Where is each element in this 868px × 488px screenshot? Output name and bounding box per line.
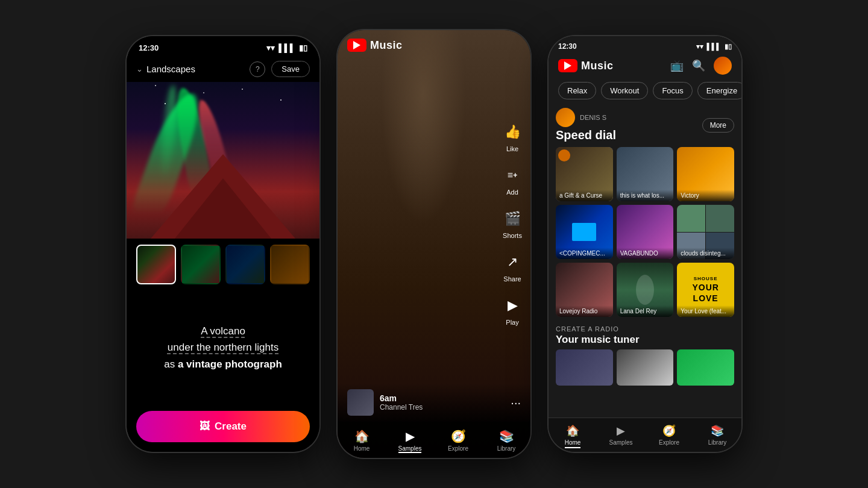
radio-section: CREATE A RADIO Your music tuner [556, 324, 734, 387]
section-title: Speed dial [556, 128, 616, 142]
home-label: Home [354, 445, 370, 452]
tab-energize[interactable]: Energize [697, 82, 741, 99]
main-image [127, 82, 319, 239]
yt-play-triangle-p3 [564, 61, 571, 70]
phone-3-screen: 12:30 ▾▾ ▌▌▌ ▮▯ Music 📺 🔍 [549, 36, 741, 452]
like-icon: 👍 [502, 121, 523, 143]
card-5-label: VAGABUNDO [617, 248, 674, 259]
tab-relax[interactable]: Relax [558, 82, 596, 99]
phone-3-status-bar: 12:30 ▾▾ ▌▌▌ ▮▯ [549, 36, 741, 53]
library-label: Library [497, 445, 516, 452]
card-8[interactable]: Lana Del Rey [617, 263, 674, 317]
shorts-label: Shorts [503, 232, 522, 239]
nav-home[interactable]: 🏠 Home [338, 427, 386, 455]
save-button[interactable]: Save [271, 61, 310, 77]
card-8-label: Lana Del Rey [617, 305, 674, 317]
shorts-action[interactable]: 🎬 Shorts [502, 208, 523, 239]
home-icon-p3: 🏠 [566, 424, 579, 437]
card-1-label: a Gift & a Curse [556, 190, 613, 201]
card-6[interactable]: clouds disinteg... [677, 205, 734, 259]
p3-nav-home[interactable]: 🏠 Home [549, 423, 597, 449]
explore-label: Explore [448, 445, 468, 452]
now-playing: 6am Channel Tres ··· [338, 383, 530, 422]
nav-samples[interactable]: ▶ Samples [386, 427, 434, 455]
tab-workout[interactable]: Workout [601, 82, 648, 99]
youtube-music-logo-p3: Music [558, 59, 614, 72]
card-7-label: Lovejoy Radio [556, 305, 613, 317]
card-4-label: <COPINGMEC... [556, 248, 613, 259]
nav-library[interactable]: 📚 Library [482, 427, 530, 455]
thumbnail-3[interactable] [225, 245, 265, 284]
explore-icon: 🧭 [451, 429, 466, 443]
aurora-effect [127, 82, 319, 239]
section-header: DENIS S Speed dial More [556, 108, 734, 142]
user-avatar-p3[interactable] [714, 57, 732, 75]
card-1[interactable]: a Gift & a Curse [556, 147, 613, 201]
phone-2-nav: 🏠 Home ▶ Samples 🧭 Explore 📚 Library [338, 422, 530, 458]
phone-1-screen: 12:30 ▾▾ ▌▌▌ ▮▯ ⌄ Landscapes ? Save [127, 36, 319, 452]
radio-thumbnails [556, 349, 734, 386]
yt-logo-icon-p3 [558, 59, 577, 72]
thumbnail-1[interactable] [136, 245, 176, 284]
user-info: DENIS S [556, 108, 616, 127]
phone-1-header: ⌄ Landscapes ? Save [127, 56, 319, 82]
explore-label-p3: Explore [659, 439, 679, 446]
tab-focus[interactable]: Focus [653, 82, 692, 99]
p3-nav-library[interactable]: 📚 Library [693, 423, 741, 449]
samples-label-p3: Samples [609, 439, 633, 446]
help-button[interactable]: ? [250, 61, 265, 77]
thumbnail-strip [127, 239, 319, 290]
card-5[interactable]: VAGABUNDO [617, 205, 674, 259]
p3-nav-samples[interactable]: ▶ Samples [597, 423, 645, 449]
search-icon[interactable]: 🔍 [692, 59, 705, 72]
card-3[interactable]: Victory [677, 147, 734, 201]
card-2[interactable]: this is what los... [617, 147, 674, 201]
library-icon: 📚 [499, 429, 514, 443]
phone-3-nav: 🏠 Home ▶ Samples 🧭 Explore 📚 Library [549, 418, 741, 452]
phone-1-status-bar: 12:30 ▾▾ ▌▌▌ ▮▯ [127, 36, 319, 56]
card-4[interactable]: <COPINGMEC... [556, 205, 613, 259]
phone-3-time: 12:30 [558, 42, 577, 51]
share-icon: ↗ [502, 251, 523, 273]
signal-icon: ▌▌▌ [278, 43, 295, 52]
card-7[interactable]: Lovejoy Radio [556, 263, 613, 317]
share-action[interactable]: ↗ Share [502, 251, 523, 283]
collapse-icon[interactable]: ⌄ [136, 64, 143, 74]
card-9[interactable]: SHOUSEYOUR LOVE Your Love (feat... [677, 263, 734, 317]
library-label-p3: Library [708, 439, 727, 446]
phone-3: 12:30 ▾▾ ▌▌▌ ▮▯ Music 📺 🔍 [549, 36, 741, 452]
add-action[interactable]: ≡+ Add [502, 164, 523, 196]
track-info: 6am Channel Tres [347, 389, 423, 416]
thumbnail-2[interactable] [181, 245, 221, 284]
p3-nav-explore[interactable]: 🧭 Explore [645, 423, 693, 449]
play-action[interactable]: ▶ Play [502, 295, 523, 326]
thumbnail-4[interactable] [270, 245, 310, 284]
radio-thumb-2 [617, 349, 674, 386]
p3-top-actions: 📺 🔍 [670, 57, 732, 75]
track-artist: Channel Tres [380, 403, 423, 411]
home-label-p3: Home [565, 439, 581, 448]
nav-explore[interactable]: 🧭 Explore [434, 427, 482, 455]
yt-play-triangle [353, 41, 360, 49]
wifi-icon-p3: ▾▾ [696, 43, 703, 51]
radio-label: CREATE A RADIO [556, 325, 734, 333]
mood-tabs: Relax Workout Focus Energize [549, 80, 741, 105]
samples-icon: ▶ [406, 429, 415, 443]
youtube-music-logo: Music [347, 39, 403, 52]
card-6-label: clouds disinteg... [677, 248, 734, 259]
phone-2-top-bar: Music [338, 30, 530, 52]
prompt-text: A volcano under the northern lights as a… [164, 323, 282, 372]
create-button[interactable]: 🖼 Create [136, 411, 310, 442]
cast-icon[interactable]: 📺 [670, 59, 684, 72]
phone-3-status-icons: ▾▾ ▌▌▌ ▮▯ [696, 43, 732, 51]
battery-icon-p3: ▮▯ [725, 43, 732, 51]
more-button[interactable]: More [702, 118, 734, 133]
shorts-icon: 🎬 [502, 208, 523, 230]
prompt-line-1: A volcano [164, 323, 282, 339]
add-label: Add [506, 189, 518, 196]
card-2-label: this is what los... [617, 190, 674, 201]
more-options-button[interactable]: ··· [511, 396, 521, 410]
radio-thumb-1 [556, 349, 613, 386]
signal-icon-p3: ▌▌▌ [707, 43, 721, 50]
like-action[interactable]: 👍 Like [502, 121, 523, 152]
